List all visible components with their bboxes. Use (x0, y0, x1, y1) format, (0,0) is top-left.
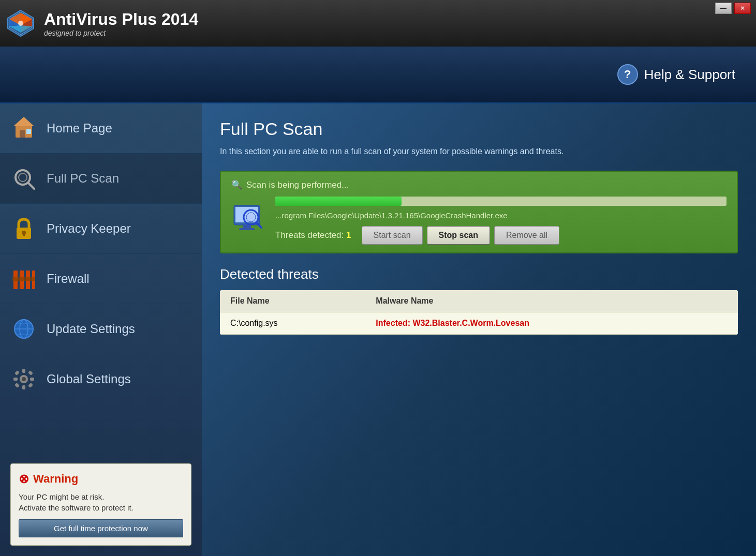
svg-rect-28 (30, 378, 34, 381)
svg-point-36 (246, 213, 256, 222)
minimize-button[interactable]: — (715, 3, 732, 14)
col-filename: File Name (220, 290, 365, 312)
threats-section-title: Detected threats (220, 266, 738, 282)
svg-rect-27 (13, 378, 18, 381)
svg-rect-6 (26, 129, 31, 134)
threats-table-body: C:\config.sys Infected: W32.Blaster.C.Wo… (220, 312, 738, 335)
scan-box: 🔍 Scan is being performed... (220, 171, 738, 253)
scan-file-path: ...rogram Files\Google\Update\1.3.21.165… (275, 211, 727, 220)
table-row: C:\config.sys Infected: W32.Blaster.C.Wo… (220, 312, 738, 335)
sidebar-item-global[interactable]: Global Settings (0, 354, 202, 404)
scan-status-icon: 🔍 (231, 179, 242, 190)
protect-button[interactable]: Get full time protection now (19, 519, 183, 537)
globe-icon (10, 315, 37, 342)
close-button[interactable]: ✕ (734, 3, 751, 14)
svg-rect-5 (20, 130, 25, 138)
scanning-computer-icon (231, 203, 268, 239)
cell-filename: C:\config.sys (220, 312, 365, 335)
svg-point-9 (19, 173, 27, 182)
warning-title-label: Warning (33, 472, 78, 486)
svg-rect-29 (14, 370, 20, 375)
threats-table: File Name Malware Name C:\config.sys Inf… (220, 290, 738, 335)
sidebar-item-privacy[interactable]: Privacy Keeper (0, 204, 202, 254)
page-title: Full PC Scan (220, 119, 738, 139)
svg-rect-26 (22, 385, 25, 389)
svg-rect-12 (23, 233, 25, 236)
svg-rect-25 (22, 369, 25, 373)
sidebar-item-fullscan[interactable]: Full PC Scan (0, 154, 202, 204)
title-text: AntiVirus Plus 2014 designed to protect (44, 10, 198, 37)
cell-malwarename: Infected: W32.Blaster.C.Worm.Lovesan (365, 312, 738, 335)
window-controls: — ✕ (715, 0, 751, 14)
sidebar-item-fullscan-label: Full PC Scan (47, 171, 119, 186)
remove-all-button[interactable]: Remove all (494, 226, 559, 245)
sidebar-item-privacy-label: Privacy Keeper (47, 221, 131, 236)
main-layout: Home Page Full PC Scan (0, 103, 756, 556)
help-icon: ? (617, 64, 638, 85)
stop-scan-button[interactable]: Stop scan (427, 226, 490, 245)
svg-point-2 (18, 21, 23, 26)
title-bar-left: AntiVirus Plus 2014 designed to protect (5, 8, 198, 39)
svg-rect-38 (243, 225, 251, 228)
sidebar-item-global-label: Global Settings (47, 372, 131, 386)
sidebar-item-update[interactable]: Update Settings (0, 304, 202, 354)
app-title: AntiVirus Plus 2014 (44, 10, 198, 29)
svg-rect-39 (239, 228, 255, 230)
scan-actions: Start scan Stop scan Remove all (362, 226, 560, 245)
home-icon (10, 115, 37, 142)
progress-bar (275, 197, 727, 206)
header-bar: ? Help & Support (0, 47, 756, 103)
scan-threats-row: Threats detected: 1 Start scan Stop scan… (275, 226, 727, 245)
svg-point-24 (22, 377, 26, 381)
lock-icon (10, 215, 37, 242)
sidebar: Home Page Full PC Scan (0, 103, 202, 556)
warning-text: Your PC might be at risk.Activate the so… (19, 491, 183, 513)
col-malwarename: Malware Name (365, 290, 738, 312)
threats-table-header: File Name Malware Name (220, 290, 738, 312)
svg-rect-32 (28, 383, 33, 388)
help-support-label: Help & Support (644, 67, 735, 83)
svg-rect-30 (28, 370, 33, 375)
scan-content: ...rogram Files\Google\Update\1.3.21.165… (231, 197, 727, 245)
sidebar-item-firewall[interactable]: Firewall (0, 254, 202, 304)
warning-box: ⊗ Warning Your PC might be at risk.Activ… (10, 463, 191, 546)
scan-details: ...rogram Files\Google\Update\1.3.21.165… (275, 197, 727, 245)
help-support-link[interactable]: ? Help & Support (617, 64, 735, 85)
app-logo-icon (5, 8, 36, 39)
sidebar-item-home[interactable]: Home Page (0, 103, 202, 154)
svg-rect-31 (14, 383, 20, 388)
threats-count: 1 (346, 230, 351, 240)
sidebar-item-home-label: Home Page (47, 121, 112, 136)
start-scan-button[interactable]: Start scan (362, 226, 423, 245)
svg-line-8 (28, 183, 34, 189)
sidebar-item-update-label: Update Settings (47, 322, 135, 336)
warning-icon: ⊗ (19, 472, 29, 486)
page-desc: In this section you are able to run a fu… (220, 145, 738, 158)
firewall-icon (10, 265, 37, 292)
content-area: Full PC Scan In this section you are abl… (202, 103, 756, 556)
scan-icon (10, 165, 37, 192)
scan-status: 🔍 Scan is being performed... (231, 179, 727, 190)
svg-rect-17 (12, 277, 35, 281)
sidebar-item-firewall-label: Firewall (47, 272, 90, 286)
warning-title: ⊗ Warning (19, 472, 183, 486)
threats-label: Threats detected: 1 (275, 230, 351, 241)
progress-bar-fill (275, 197, 402, 206)
title-bar: AntiVirus Plus 2014 designed to protect … (0, 0, 756, 47)
app-tagline: designed to protect (44, 29, 198, 37)
svg-marker-4 (13, 117, 34, 126)
gear-icon (10, 366, 37, 393)
scan-status-label: Scan is being performed... (246, 180, 349, 190)
